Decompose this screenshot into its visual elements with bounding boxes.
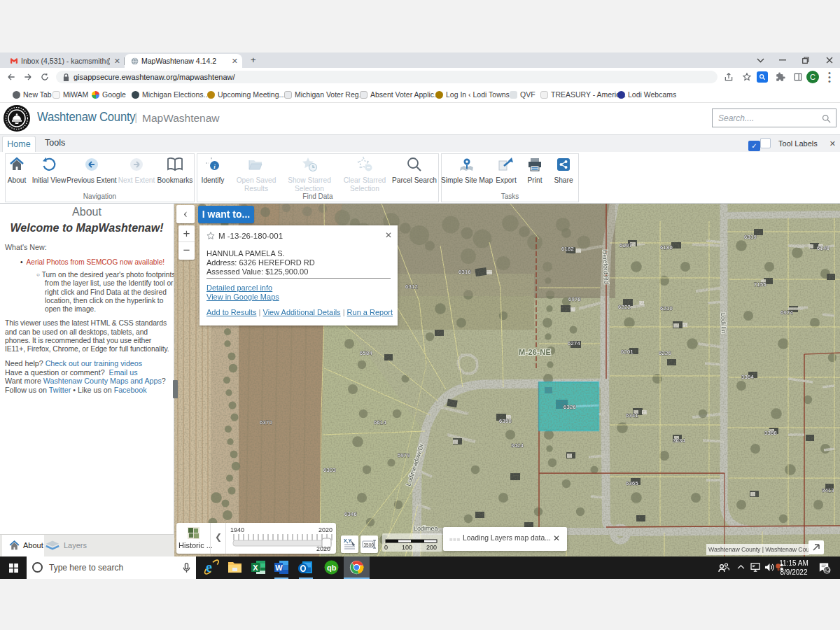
svg-text:qb: qb bbox=[327, 564, 337, 572]
svg-text:Lodimea: Lodimea bbox=[414, 525, 438, 532]
svg-text:100: 100 bbox=[402, 544, 412, 551]
svg-text:6350: 6350 bbox=[499, 418, 512, 424]
svg-text:6312: 6312 bbox=[405, 284, 418, 290]
svg-text:6180: 6180 bbox=[660, 244, 673, 251]
svg-text:6182: 6182 bbox=[561, 246, 574, 252]
svg-text:6316: 6316 bbox=[458, 269, 471, 275]
svg-text:6370: 6370 bbox=[260, 419, 272, 426]
svg-text:6614: 6614 bbox=[374, 419, 386, 426]
svg-text:X: X bbox=[253, 564, 258, 572]
svg-text:6341: 6341 bbox=[626, 412, 638, 419]
svg-text:3634: 3634 bbox=[673, 438, 685, 444]
svg-text:3364: 3364 bbox=[741, 374, 754, 380]
svg-text:3500: 3500 bbox=[364, 542, 374, 547]
svg-text:6974: 6974 bbox=[780, 309, 793, 316]
svg-text:7155: 7155 bbox=[754, 281, 766, 288]
svg-text:3413: 3413 bbox=[822, 487, 834, 493]
svg-text:6303: 6303 bbox=[323, 467, 336, 473]
svg-text:M-26-NE: M-26-NE bbox=[519, 348, 551, 356]
svg-text:6226: 6226 bbox=[659, 350, 671, 356]
svg-text:6319: 6319 bbox=[744, 234, 757, 240]
svg-text:6197: 6197 bbox=[620, 242, 632, 248]
svg-text:6148: 6148 bbox=[817, 245, 830, 251]
svg-text:6584: 6584 bbox=[360, 350, 372, 356]
svg-text:6978: 6978 bbox=[568, 296, 581, 302]
svg-text:W: W bbox=[275, 564, 283, 572]
svg-text:3368: 3368 bbox=[764, 430, 777, 436]
svg-text:200: 200 bbox=[426, 544, 437, 551]
svg-text:Lodi Ln: Lodi Ln bbox=[720, 313, 727, 334]
svg-text:0: 0 bbox=[384, 544, 388, 551]
svg-text:43: 43 bbox=[824, 568, 830, 573]
svg-text:6201: 6201 bbox=[621, 349, 634, 355]
svg-text:6365: 6365 bbox=[626, 480, 638, 486]
svg-text:6326: 6326 bbox=[564, 404, 576, 410]
svg-text:6210: 6210 bbox=[660, 305, 673, 312]
svg-text:5979: 5979 bbox=[398, 452, 410, 458]
svg-text:6222: 6222 bbox=[618, 304, 631, 310]
svg-text:6274: 6274 bbox=[568, 340, 580, 346]
svg-text:X,Y: X,Y bbox=[344, 538, 352, 544]
svg-text:6346: 6346 bbox=[344, 511, 357, 517]
svg-text:3424: 3424 bbox=[511, 442, 524, 449]
